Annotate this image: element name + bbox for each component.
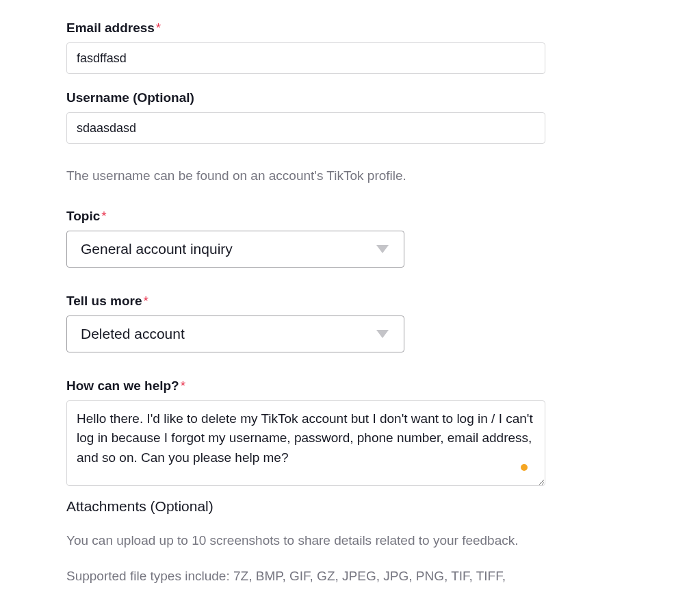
support-form: Email address* Username (Optional) The u…	[66, 21, 545, 587]
tellmore-select-value: Deleted account	[81, 326, 376, 342]
required-asterisk: *	[181, 378, 185, 393]
topic-field-group: Topic* General account inquiry	[66, 209, 545, 268]
username-field-group: Username (Optional)	[66, 90, 545, 144]
attachments-title: Attachments (Optional)	[66, 498, 545, 515]
chevron-down-icon	[376, 245, 389, 253]
status-indicator-icon	[521, 464, 528, 471]
help-label: How can we help?*	[66, 378, 545, 394]
username-label: Username (Optional)	[66, 90, 545, 105]
username-label-text: Username (Optional)	[66, 90, 194, 105]
attachments-info-2: Supported file types include: 7Z, BMP, G…	[66, 567, 545, 587]
email-label-text: Email address	[66, 21, 155, 35]
email-label: Email address*	[66, 21, 545, 36]
help-field-group: How can we help?* Hello there. I'd like …	[66, 378, 545, 489]
username-input[interactable]	[66, 112, 545, 144]
username-helper-text: The username can be found on an account'…	[66, 167, 545, 185]
tellmore-field-group: Tell us more* Deleted account	[66, 294, 545, 352]
help-textarea-wrapper: Hello there. I'd like to delete my TikTo…	[66, 400, 545, 489]
email-field-group: Email address*	[66, 21, 545, 74]
help-label-text: How can we help?	[66, 378, 179, 393]
attachments-info-1: You can upload up to 10 screenshots to s…	[66, 531, 545, 551]
help-textarea[interactable]: Hello there. I'd like to delete my TikTo…	[66, 400, 545, 486]
topic-select[interactable]: General account inquiry	[66, 231, 404, 268]
email-input[interactable]	[66, 42, 545, 74]
topic-label-text: Topic	[66, 209, 100, 223]
tellmore-label-text: Tell us more	[66, 294, 142, 308]
required-asterisk: *	[156, 21, 161, 35]
required-asterisk: *	[144, 294, 148, 308]
tellmore-select[interactable]: Deleted account	[66, 316, 404, 352]
topic-select-value: General account inquiry	[81, 241, 376, 257]
tellmore-label: Tell us more*	[66, 294, 545, 309]
topic-label: Topic*	[66, 209, 545, 224]
required-asterisk: *	[101, 209, 106, 223]
chevron-down-icon	[376, 330, 389, 338]
